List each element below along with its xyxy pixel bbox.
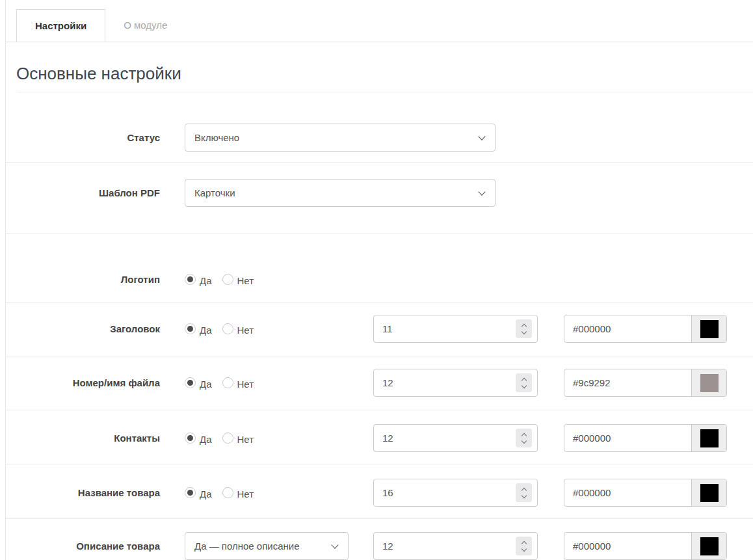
color-picker-addon[interactable] (691, 479, 726, 506)
color-input[interactable] (564, 315, 691, 342)
contacts-controls: Да Нет (185, 424, 753, 452)
status-select-value: Включено (194, 132, 239, 143)
tab-settings-label: Настройки (35, 20, 86, 31)
color-field[interactable] (564, 315, 727, 343)
radio-no-label[interactable]: Нет (237, 377, 254, 390)
radio-selected-icon[interactable] (185, 323, 196, 334)
form-row-logo: Логотип Да Нет (6, 234, 753, 303)
color-picker-addon[interactable] (691, 425, 726, 451)
radio-unselected-icon[interactable] (222, 323, 233, 334)
color-field[interactable] (564, 479, 727, 507)
status-label: Статус (6, 124, 160, 152)
font-size-field[interactable] (373, 424, 538, 452)
stepper-down-icon[interactable] (521, 438, 526, 443)
file-name-radio-group: Да Нет (185, 377, 373, 390)
radio-no-label[interactable]: Нет (237, 323, 254, 336)
status-controls: Включено (185, 124, 753, 152)
radio-option-no[interactable]: Нет (222, 323, 254, 336)
color-swatch[interactable] (700, 484, 719, 502)
chevron-down-icon (478, 188, 485, 195)
title-radio-group: Да Нет (185, 323, 373, 336)
number-stepper[interactable] (516, 319, 532, 338)
contacts-label: Контакты (6, 424, 160, 452)
radio-option-no[interactable]: Нет (222, 487, 254, 500)
font-size-input[interactable] (374, 479, 537, 506)
font-size-field[interactable] (373, 315, 538, 343)
status-select[interactable]: Включено (185, 124, 495, 152)
radio-option-yes[interactable]: Да (185, 273, 212, 286)
font-size-input[interactable] (374, 369, 537, 396)
product-description-select[interactable]: Да — полное описание (185, 532, 349, 560)
color-swatch[interactable] (700, 374, 719, 392)
radio-selected-icon[interactable] (185, 487, 196, 498)
font-size-field[interactable] (373, 532, 538, 560)
radio-option-no[interactable]: Нет (222, 273, 254, 286)
color-input[interactable] (564, 369, 691, 396)
product-name-radio-group: Да Нет (185, 487, 373, 500)
number-stepper[interactable] (516, 429, 532, 447)
radio-option-yes[interactable]: Да (185, 323, 212, 336)
number-stepper[interactable] (516, 537, 532, 555)
stepper-down-icon[interactable] (521, 492, 526, 498)
color-input[interactable] (564, 479, 691, 506)
font-size-input[interactable] (374, 315, 537, 342)
radio-unselected-icon[interactable] (222, 274, 233, 285)
color-input[interactable] (564, 533, 691, 559)
color-swatch[interactable] (700, 429, 719, 447)
settings-panel: Настройки О модуле Основные настройки Ст… (5, 0, 753, 560)
radio-option-no[interactable]: Нет (222, 432, 254, 445)
tab-settings[interactable]: Настройки (16, 9, 105, 42)
radio-unselected-icon[interactable] (222, 433, 233, 444)
pdf-template-select[interactable]: Карточки (185, 179, 495, 207)
font-size-input[interactable] (374, 533, 537, 559)
font-size-field[interactable] (373, 479, 538, 507)
radio-no-label[interactable]: Нет (237, 432, 254, 445)
radio-option-yes[interactable]: Да (185, 432, 212, 445)
color-swatch[interactable] (700, 537, 719, 555)
form-row-product-name: Название товара Да Нет (6, 464, 753, 519)
number-stepper[interactable] (516, 373, 532, 392)
font-size-field[interactable] (373, 369, 538, 397)
stepper-down-icon[interactable] (521, 328, 526, 334)
number-stepper[interactable] (516, 483, 532, 502)
color-picker-addon[interactable] (691, 533, 726, 559)
title-label: Заголовок (6, 315, 160, 343)
tab-about-module[interactable]: О модуле (105, 9, 185, 42)
logo-label: Логотип (6, 265, 160, 293)
pdf-template-label: Шаблон PDF (6, 179, 160, 207)
color-input[interactable] (564, 425, 691, 451)
radio-no-label[interactable]: Нет (237, 487, 254, 500)
radio-unselected-icon[interactable] (222, 377, 233, 388)
radio-option-yes[interactable]: Да (185, 377, 212, 390)
page-title: Основные настройки (16, 64, 753, 84)
radio-option-no[interactable]: Нет (222, 377, 254, 390)
product-name-label: Название товара (6, 479, 160, 507)
color-field[interactable] (564, 369, 727, 397)
color-field[interactable] (564, 424, 727, 452)
stepper-down-icon[interactable] (521, 546, 526, 551)
radio-selected-icon[interactable] (185, 433, 196, 444)
form-row-status: Статус Включено (6, 92, 753, 163)
color-picker-addon[interactable] (691, 315, 726, 342)
radio-yes-label[interactable]: Да (200, 432, 212, 445)
radio-option-yes[interactable]: Да (185, 487, 212, 500)
chevron-down-icon (331, 541, 338, 548)
pdf-template-select-value: Карточки (194, 187, 235, 198)
radio-yes-label[interactable]: Да (200, 487, 212, 500)
product-name-controls: Да Нет (185, 479, 753, 507)
radio-unselected-icon[interactable] (222, 487, 233, 498)
radio-no-label[interactable]: Нет (237, 273, 254, 286)
stepper-down-icon[interactable] (521, 382, 526, 388)
color-field[interactable] (564, 532, 727, 560)
radio-selected-icon[interactable] (185, 377, 196, 388)
tab-about-module-label: О модуле (124, 20, 167, 31)
radio-yes-label[interactable]: Да (200, 273, 212, 286)
radio-yes-label[interactable]: Да (200, 323, 212, 336)
product-description-label: Описание товара (6, 532, 160, 560)
color-swatch[interactable] (700, 320, 719, 338)
tab-bar: Настройки О модуле (6, 9, 753, 42)
radio-selected-icon[interactable] (185, 274, 196, 285)
color-picker-addon[interactable] (691, 369, 726, 396)
radio-yes-label[interactable]: Да (200, 377, 212, 390)
font-size-input[interactable] (374, 425, 537, 451)
